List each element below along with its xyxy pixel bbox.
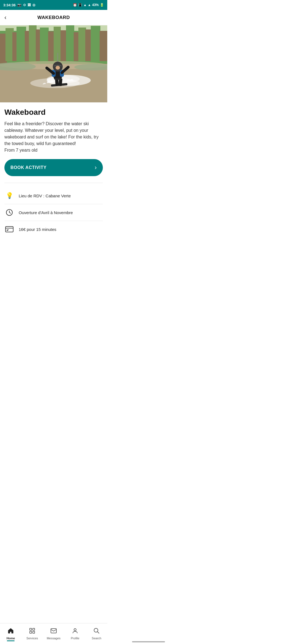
book-activity-button[interactable]: BOOK ACTIVITY › [4,159,103,176]
status-time-group: 3:34:36 📷 ⊙ 🖼 ◎ [3,3,35,7]
signal-icon: ▲ [88,3,91,7]
hero-scene-svg [0,25,107,102]
image-icon: 🖼 [28,3,31,7]
status-time: 3:34:36 [3,3,16,7]
svg-rect-17 [91,26,100,64]
book-button-label: BOOK ACTIVITY [10,165,46,170]
svg-rect-11 [54,27,61,64]
vibrate-icon: 📳 [78,3,82,7]
svg-point-38 [56,66,60,70]
bottom-spacer [4,238,103,265]
svg-rect-15 [78,28,86,61]
record-icon: ⊙ [23,3,26,7]
info-location: 💡 Lieu de RDV : Cabane Verte [4,187,103,204]
svg-rect-14 [74,32,79,61]
book-button-arrow-icon: › [95,164,97,171]
svg-rect-44 [7,230,9,230]
svg-rect-5 [16,27,26,62]
svg-rect-16 [85,29,91,61]
svg-rect-7 [29,25,37,64]
info-location-text: Lieu de RDV : Cabane Verte [19,193,71,198]
activity-title: Wakeboard [4,108,103,117]
svg-rect-9 [40,28,49,62]
wifi-icon: ▲ [83,3,87,7]
page-header: ‹ WAKEBOARD [0,10,107,25]
svg-rect-10 [48,31,54,61]
status-indicators: ⏰ 📳 ▲ ▲ 43% 🔋 [73,3,104,7]
svg-rect-13 [66,25,74,64]
hero-image [0,25,107,102]
page-title: WAKEBOARD [37,15,70,20]
card-icon [4,224,14,234]
battery-icon: 🔋 [100,3,104,7]
svg-rect-12 [61,30,67,61]
info-hours-text: Ouverture d'Avril à Novembre [19,210,73,215]
info-price-text: 16€ pour 15 minutes [19,227,56,232]
info-section: 💡 Lieu de RDV : Cabane Verte Ouverture d… [4,183,103,238]
info-hours: Ouverture d'Avril à Novembre [4,204,103,221]
svg-rect-18 [100,31,107,61]
status-bar: 3:34:36 📷 ⊙ 🖼 ◎ ⏰ 📳 ▲ ▲ 43% 🔋 [0,0,107,10]
back-button[interactable]: ‹ [4,14,6,21]
activity-description: Feel like a freerider? Discover the wate… [4,121,103,154]
target-icon: ◎ [32,3,35,7]
alarm-icon: ⏰ [73,3,77,7]
svg-rect-45 [7,230,8,231]
lightbulb-icon: 💡 [4,191,14,201]
activity-content: Wakeboard Feel like a freerider? Discove… [0,102,107,265]
clock-icon [4,208,14,217]
svg-line-41 [9,212,11,213]
battery-percent: 43% [92,3,99,7]
info-price: 16€ pour 15 minutes [4,221,103,238]
svg-rect-42 [6,227,13,232]
camera-icon: 📷 [17,3,21,7]
